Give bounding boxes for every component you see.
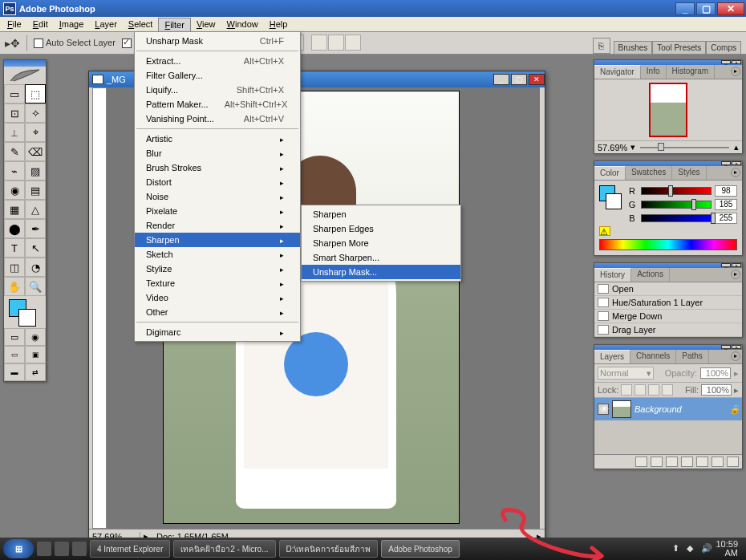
tool-4[interactable]: ⟂ (4, 123, 25, 142)
tool-2[interactable]: ⊡ (4, 103, 25, 123)
menuitem-unsharp-mask[interactable]: Unsharp MaskCtrl+F (135, 34, 300, 48)
tool-19[interactable]: ◔ (25, 258, 46, 277)
tab-layers[interactable]: Layers (594, 350, 630, 363)
tab-paths[interactable]: Paths (676, 350, 709, 363)
tool-16[interactable]: T (4, 238, 25, 258)
menuitem-stylize[interactable]: Stylize (135, 262, 300, 276)
taskbar-item[interactable]: D:\เทคนิคการย้อมสีภาพ (279, 540, 379, 558)
menu-image[interactable]: Image (54, 18, 90, 30)
color-slider-g[interactable]: G185 (626, 199, 737, 210)
tool-12[interactable]: ▦ (4, 200, 25, 219)
palette-well-icon[interactable]: ⎘ (593, 38, 610, 54)
panel-menu-button[interactable]: ▸ (731, 270, 740, 279)
menuitem-distort[interactable]: Distort (135, 175, 300, 189)
palette-tab-toolpresets[interactable]: Tool Presets (652, 41, 706, 54)
menuitem-smart-sharpen-[interactable]: Smart Sharpen... (302, 250, 460, 265)
panel-min-button[interactable]: _ (721, 60, 731, 64)
menu-layer[interactable]: Layer (89, 18, 123, 30)
taskbar-item[interactable]: เทคนิคฝ้ามือา2 - Micro... (173, 540, 275, 558)
link-layers-button[interactable] (635, 457, 647, 467)
tool-3[interactable]: ✧ (25, 103, 46, 123)
menuitem-sharpen[interactable]: Sharpen (135, 233, 300, 247)
menu-filter[interactable]: Filter (158, 18, 190, 31)
palette-tab-brushes[interactable]: Brushes (614, 41, 653, 54)
menuitem-noise[interactable]: Noise (135, 189, 300, 204)
doc-minimize-button[interactable]: _ (493, 74, 509, 85)
tab-info[interactable]: Info (641, 65, 667, 79)
menuitem-filter-gallery-[interactable]: Filter Gallery... (135, 68, 300, 83)
panel-close-button[interactable]: × (732, 345, 741, 349)
menu-view[interactable]: View (191, 18, 221, 30)
menuitem-sharpen[interactable]: Sharpen (302, 207, 460, 221)
panel-menu-button[interactable]: ▸ (731, 168, 740, 177)
tool-10[interactable]: ◉ (4, 181, 25, 200)
zoom-in-icon[interactable]: ▴ (734, 142, 739, 152)
color-slider-r[interactable]: R98 (626, 185, 737, 197)
panel-min-button[interactable]: _ (721, 345, 731, 349)
tab-styles[interactable]: Styles (672, 166, 706, 180)
tab-actions[interactable]: Actions (631, 268, 670, 282)
screen-mode-3[interactable]: ▬ (4, 363, 25, 381)
lock-transparent-button[interactable] (621, 384, 632, 396)
tab-navigator[interactable]: Navigator (594, 65, 641, 79)
menuitem-unsharp-mask-[interactable]: Unsharp Mask... (302, 265, 460, 279)
tray-icon[interactable]: ◆ (687, 543, 698, 554)
tool-11[interactable]: ▤ (25, 181, 46, 200)
panel-close-button[interactable]: × (732, 263, 741, 267)
menuitem-texture[interactable]: Texture (135, 276, 300, 290)
menuitem-sharpen-more[interactable]: Sharpen More (302, 236, 460, 250)
panel-menu-button[interactable]: ▸ (731, 67, 740, 76)
menu-edit[interactable]: Edit (27, 18, 54, 30)
opacity-arrow[interactable]: ▸ (734, 368, 739, 379)
menuitem-other[interactable]: Other (135, 305, 300, 319)
nav-zoom-slider[interactable] (640, 147, 729, 148)
menuitem-render[interactable]: Render (135, 218, 300, 233)
layer-group-button[interactable] (696, 457, 708, 467)
color-slider-b[interactable]: B255 (626, 213, 737, 224)
tool-17[interactable]: ↖ (25, 238, 46, 258)
menuitem-pixelate[interactable]: Pixelate (135, 204, 300, 218)
tool-14[interactable]: ⬤ (4, 219, 25, 238)
menuitem-digimarc[interactable]: Digimarc (135, 325, 300, 339)
color-ramp[interactable] (599, 239, 737, 250)
menuitem-vanishing-point-[interactable]: Vanishing Point...Alt+Ctrl+V (135, 112, 300, 126)
menuitem-pattern-maker-[interactable]: Pattern Maker...Alt+Shift+Ctrl+X (135, 97, 300, 112)
quickmask-mode-button[interactable]: ◉ (25, 328, 46, 346)
fill-field[interactable]: 100% (701, 384, 732, 396)
imageready-button[interactable]: ⇄ (25, 363, 46, 381)
quicklaunch-icon[interactable] (55, 542, 69, 556)
tool-5[interactable]: ⌖ (25, 123, 46, 142)
tool-0[interactable]: ▭ (4, 84, 25, 103)
history-item[interactable]: Open (594, 282, 742, 296)
standard-mode-button[interactable]: ▭ (4, 328, 25, 346)
distribute-buttons-2[interactable] (311, 34, 362, 52)
panel-close-button[interactable]: × (732, 60, 741, 64)
taskbar-item[interactable]: 4 Internet Explorer (90, 540, 170, 558)
color-swatches[interactable] (4, 296, 46, 328)
panel-min-button[interactable]: _ (721, 263, 731, 267)
layer-row-background[interactable]: 👁 Background 🔒 (594, 398, 742, 420)
menuitem-brush-strokes[interactable]: Brush Strokes (135, 160, 300, 175)
menu-help[interactable]: Help (264, 18, 294, 30)
history-item[interactable]: Hue/Saturation 1 Layer (594, 296, 742, 310)
menuitem-sharpen-edges[interactable]: Sharpen Edges (302, 221, 460, 236)
menuitem-extract-[interactable]: Extract...Alt+Ctrl+X (135, 54, 300, 68)
history-item[interactable]: Merge Down (594, 310, 742, 323)
layer-mask-button[interactable] (666, 457, 678, 467)
tray-icon[interactable]: ⬆ (672, 543, 683, 554)
opacity-field[interactable]: 100% (700, 367, 731, 379)
tool-20[interactable]: ✋ (4, 277, 25, 296)
tool-13[interactable]: △ (25, 200, 46, 219)
fill-arrow[interactable]: ▸ (734, 385, 739, 396)
tab-history[interactable]: History (594, 268, 631, 282)
zoom-out-icon[interactable]: ▾ (630, 142, 635, 152)
tab-swatches[interactable]: Swatches (626, 166, 672, 180)
blend-mode-select[interactable]: Normal▾ (598, 367, 654, 379)
menuitem-blur[interactable]: Blur (135, 146, 300, 160)
panel-close-button[interactable]: × (732, 161, 741, 165)
lock-all-button[interactable] (662, 384, 673, 396)
menu-file[interactable]: File (2, 18, 27, 30)
layer-thumbnail[interactable] (612, 400, 631, 418)
layer-visibility-icon[interactable]: 👁 (598, 404, 609, 415)
tray-volume-icon[interactable]: 🔊 (701, 543, 712, 554)
